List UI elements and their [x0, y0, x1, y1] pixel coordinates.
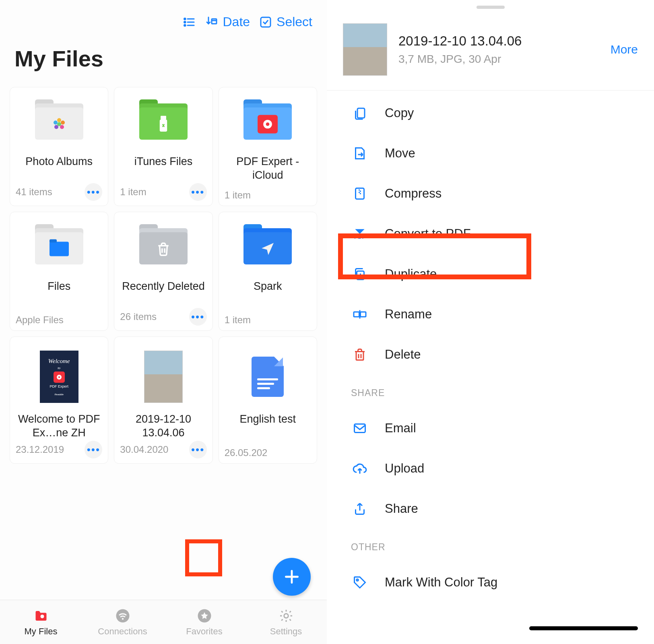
action-label: Upload: [385, 461, 424, 476]
folder-tab-icon: [33, 608, 49, 624]
trash-icon: [153, 239, 173, 259]
tab-my-files[interactable]: My Files: [0, 600, 82, 644]
more-dots-button[interactable]: •••: [85, 183, 102, 201]
more-dots-button[interactable]: •••: [85, 441, 102, 458]
action-color-tag[interactable]: Mark With Color Tag: [327, 562, 654, 603]
view-toggle-button[interactable]: [182, 15, 196, 29]
action-delete[interactable]: Delete: [327, 334, 654, 375]
wifi-icon: [115, 608, 131, 624]
action-move[interactable]: Move: [327, 133, 654, 173]
tab-label: Connections: [98, 626, 147, 637]
action-label: Convert to PDF: [385, 227, 471, 241]
file-meta: 3,7 MB, JPG, 30 Apr: [398, 53, 599, 66]
tab-label: Favorites: [186, 626, 222, 637]
tab-connections[interactable]: Connections: [82, 600, 163, 644]
svg-point-25: [40, 615, 44, 618]
svg-point-3: [184, 18, 186, 19]
select-button[interactable]: Select: [259, 14, 312, 29]
other-actions: Mark With Color Tag: [327, 560, 654, 603]
tile-pdf-expert-icloud[interactable]: PDF Expert - iCloud 1 item: [219, 87, 317, 206]
tile-itunes-files[interactable]: iTunes Files 1 item •••: [114, 87, 212, 206]
primary-actions: Copy Move Compress PDF Convert to PDF: [327, 91, 654, 375]
gear-icon: [278, 608, 294, 624]
svg-rect-39: [354, 312, 359, 317]
image-thumbnail: [139, 351, 188, 403]
tile-welcome-pdf[interactable]: Welcome to PDF Expert Readdle Welcome to…: [10, 336, 108, 464]
file-header: 2019-12-10 13.04.06 3,7 MB, JPG, 30 Apr …: [327, 9, 654, 91]
convert-pdf-icon: PDF: [351, 225, 369, 243]
folder-icon: [243, 101, 292, 145]
plus-icon: [283, 568, 301, 586]
action-label: Delete: [385, 347, 421, 362]
folder-icon: [35, 101, 83, 145]
redaction-bar: [529, 626, 638, 630]
document-thumbnail: [243, 351, 292, 403]
action-share[interactable]: Share: [327, 489, 654, 529]
svg-rect-30: [357, 108, 365, 118]
svg-point-18: [266, 122, 270, 126]
action-convert-pdf[interactable]: PDF Convert to PDF: [327, 214, 654, 254]
action-label: Move: [385, 146, 415, 161]
action-label: Rename: [385, 307, 432, 322]
compress-icon: [351, 185, 369, 202]
tile-sub: 26.05.202: [225, 447, 268, 458]
sheet-drag-handle[interactable]: [477, 6, 505, 9]
svg-point-14: [57, 122, 61, 126]
tile-label: Files: [16, 280, 102, 308]
svg-point-29: [284, 613, 288, 618]
files-grid: Photo Albums 41 items ••• iTunes Files 1…: [0, 80, 327, 471]
add-fab-button[interactable]: [273, 558, 311, 596]
tile-files[interactable]: Files Apple Files: [10, 212, 108, 331]
action-label: Mark With Color Tag: [385, 575, 497, 590]
sort-date-button[interactable]: Date: [205, 14, 250, 29]
svg-point-10: [61, 121, 65, 125]
svg-point-9: [57, 118, 61, 122]
action-label: Compress: [385, 186, 442, 201]
copy-icon: [351, 104, 369, 122]
tile-label: PDF Expert - iCloud: [225, 155, 311, 183]
paper-plane-icon: [258, 239, 278, 259]
tab-label: My Files: [25, 626, 58, 637]
tile-sub: 1 item: [225, 314, 251, 326]
sort-date-icon: [205, 15, 219, 29]
share-icon: [351, 500, 369, 518]
tab-favorites[interactable]: Favorites: [163, 600, 245, 644]
action-label: Email: [385, 421, 416, 436]
action-upload[interactable]: Upload: [327, 448, 654, 489]
tile-label: Recently Deleted: [120, 280, 206, 308]
tile-english-test[interactable]: English test 26.05.202: [219, 336, 317, 464]
svg-rect-6: [212, 19, 217, 24]
bottom-tabbar: My Files Connections Favorites Settings: [0, 600, 327, 644]
action-compress[interactable]: Compress: [327, 173, 654, 214]
tile-recently-deleted[interactable]: Recently Deleted 26 items •••: [114, 212, 212, 331]
tile-label: iTunes Files: [120, 155, 206, 183]
action-duplicate[interactable]: Duplicate: [327, 254, 654, 294]
tab-settings[interactable]: Settings: [245, 600, 327, 644]
upload-cloud-icon: [351, 460, 369, 477]
files-screen: Date Select My Files Photo Albums 41 ite…: [0, 0, 327, 644]
star-icon: [196, 608, 212, 624]
duplicate-icon: [351, 265, 369, 283]
tile-spark[interactable]: Spark 1 item: [219, 212, 317, 331]
tile-image-file[interactable]: 2019-12-10 13.04.06 30.04.2020 •••: [114, 336, 212, 464]
more-dots-button[interactable]: •••: [189, 308, 207, 326]
select-label: Select: [276, 14, 312, 29]
tile-sub: 1 item: [225, 190, 251, 201]
svg-point-22: [58, 376, 60, 378]
action-copy[interactable]: Copy: [327, 93, 654, 133]
more-dots-button[interactable]: •••: [189, 441, 207, 458]
tile-label: 2019-12-10 13.04.06: [120, 413, 206, 441]
more-link[interactable]: More: [611, 43, 638, 56]
files-app-icon: [49, 239, 69, 259]
action-rename[interactable]: Rename: [327, 294, 654, 334]
delete-icon: [351, 346, 369, 363]
tile-photo-albums[interactable]: Photo Albums 41 items •••: [10, 87, 108, 206]
tile-sub: 26 items: [120, 311, 157, 322]
action-email[interactable]: Email: [327, 408, 654, 448]
top-toolbar: Date Select: [0, 0, 327, 29]
list-lines-icon: [182, 15, 196, 29]
action-label: Copy: [385, 106, 414, 120]
more-dots-button[interactable]: •••: [189, 183, 207, 201]
action-label: Share: [385, 502, 418, 516]
move-icon: [351, 144, 369, 162]
